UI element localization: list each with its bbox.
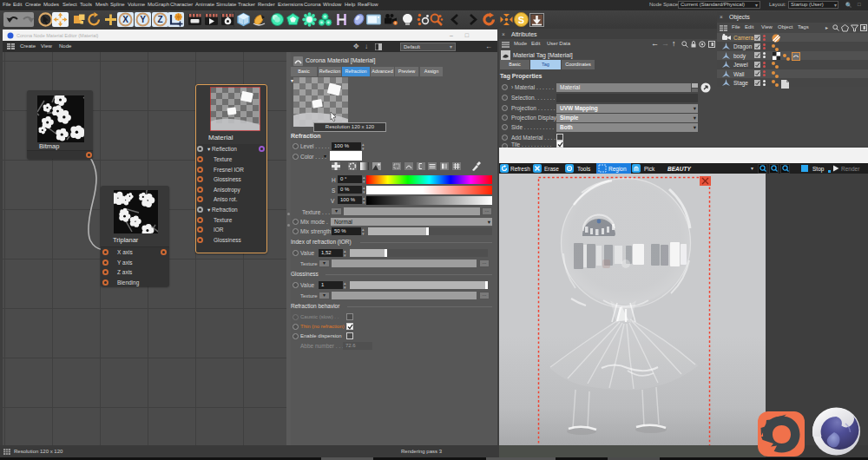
svg-text:Y: Y	[140, 15, 146, 24]
svg-text:X: X	[122, 15, 128, 24]
svg-text:S: S	[518, 15, 524, 25]
svg-text:Z: Z	[157, 15, 162, 24]
